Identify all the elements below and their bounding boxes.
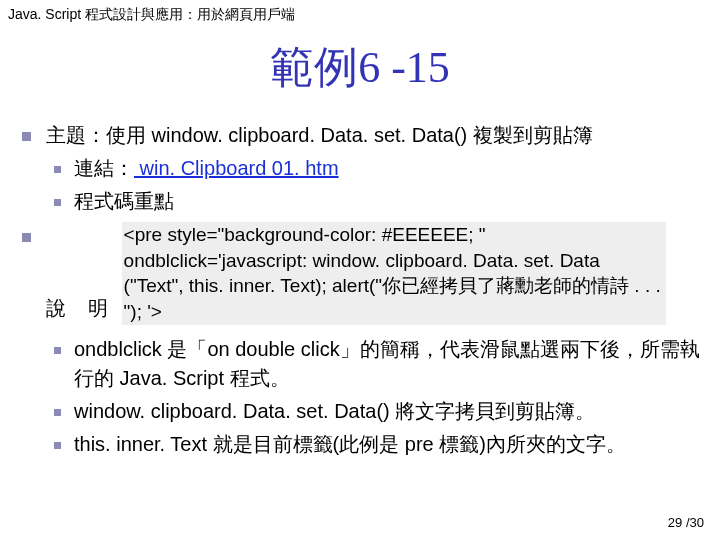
square-bullet-icon [22,132,31,141]
point-text: window. clipboard. Data. set. Data() 將文字… [74,400,595,422]
page-number: 29 /30 [668,515,704,530]
point-text: this. inner. Text 就是目前標籤(此例是 pre 標籤)內所夾的… [74,433,626,455]
link-prefix: 連結： [74,157,134,179]
list-item: ondblclick 是「on double click」的簡稱，代表滑鼠點選兩… [46,335,706,393]
breadcrumb: Java. Script 程式設計與應用：用於網頁用戶端 [0,0,720,34]
square-bullet-icon [22,233,31,242]
slide-content: 主題：使用 window. clipboard. Data. set. Data… [0,121,720,459]
point-text: ondblclick 是「on double click」的簡稱，代表滑鼠點選兩… [74,338,700,389]
list-item: this. inner. Text 就是目前標籤(此例是 pre 標籤)內所夾的… [46,430,706,459]
square-bullet-icon [54,442,61,449]
code-snippet: <pre style="background-color: #EEEEEE; "… [122,222,666,325]
list-item: window. clipboard. Data. set. Data() 將文字… [46,397,706,426]
description-label: 說 明 [46,294,116,325]
example-link[interactable]: win. Clipboard 01. htm [134,157,339,179]
square-bullet-icon [54,199,61,206]
code-heading-item: 程式碼重點 [46,187,706,216]
link-item: 連結： win. Clipboard 01. htm [46,154,706,183]
square-bullet-icon [54,409,61,416]
topic-item: 主題：使用 window. clipboard. Data. set. Data… [18,121,706,216]
code-heading: 程式碼重點 [74,190,174,212]
description-item: 說 明 <pre style="background-color: #EEEEE… [18,222,706,459]
page-title: 範例6 -15 [0,38,720,97]
topic-text: 主題：使用 window. clipboard. Data. set. Data… [46,124,593,146]
square-bullet-icon [54,347,61,354]
square-bullet-icon [54,166,61,173]
